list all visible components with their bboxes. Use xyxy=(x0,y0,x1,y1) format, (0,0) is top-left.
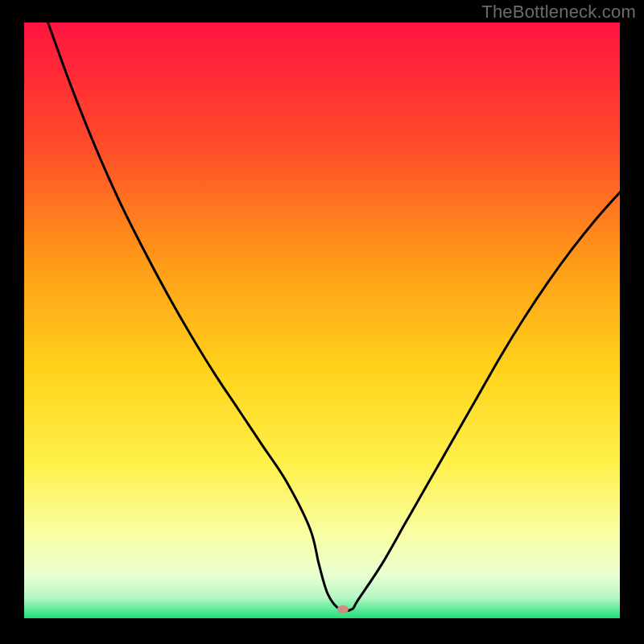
plot-area xyxy=(24,23,620,618)
chart-svg xyxy=(24,23,620,618)
marker-point xyxy=(337,605,349,613)
gradient-background xyxy=(24,23,620,618)
watermark-text: TheBottleneck.com xyxy=(481,2,636,23)
chart-frame: TheBottleneck.com xyxy=(0,0,644,644)
